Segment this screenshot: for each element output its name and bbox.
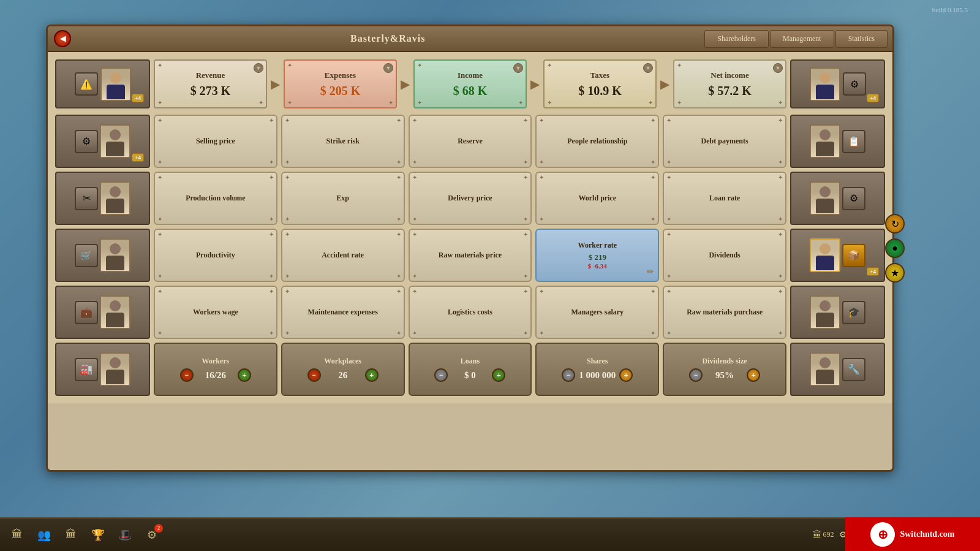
cell-selling-price[interactable]: ✦ ✦ ✦ ✦ Selling price [154, 115, 277, 168]
bottom-left-avatar [100, 352, 130, 386]
cell-worker-rate[interactable]: Worker rate $ 219 $ -6.34 ✏ [535, 229, 659, 282]
productivity-label: Productivity [196, 251, 235, 260]
close-button[interactable]: ◀ [54, 30, 71, 47]
loans-label: Loans [461, 357, 480, 366]
cell-strike-risk[interactable]: ✦ ✦ ✦ ✦ Strike risk [281, 115, 405, 168]
avatar-frame-top-right [810, 67, 840, 101]
arrow-3: ▶ [530, 77, 540, 91]
cell-raw-materials-price[interactable]: ✦ ✦ ✦ ✦ Raw materials price [409, 229, 532, 282]
badge-r0: +4 [132, 153, 144, 162]
workplaces-increase-btn[interactable]: + [365, 368, 379, 382]
loans-increase-btn[interactable]: + [492, 368, 505, 382]
side-gear-r3: 💼 [75, 301, 98, 324]
cell-delivery-price[interactable]: ✦ ✦ ✦ ✦ Delivery price [409, 172, 532, 225]
taxes-value: $ 10.9 K [578, 84, 622, 98]
workplaces-controls: − 26 + [307, 368, 379, 382]
dividends-label: Dividends [709, 251, 740, 260]
cell-raw-materials-purchase[interactable]: ✦ ✦ ✦ ✦ Raw materials purchase [663, 286, 786, 339]
people-relationship-label: People relationship [567, 137, 627, 146]
cell-production-volume[interactable]: ✦ ✦ ✦ ✦ Production volume [154, 172, 277, 225]
workers-increase-btn[interactable]: + [238, 368, 251, 382]
ornament-tr-3: ✦ [518, 62, 523, 69]
right-btn-2[interactable]: ● [885, 238, 905, 258]
cell-people-relationship[interactable]: ✦ ✦ ✦ ✦ People relationship [535, 115, 659, 168]
taskbar-icon-hat[interactable]: 🎩 [114, 524, 136, 546]
gear-icon: ⚙ [850, 78, 859, 90]
workplaces-decrease-btn[interactable]: − [307, 368, 321, 382]
bottom-row: 🏭 Workers − 16/26 + [55, 343, 885, 396]
cell-productivity[interactable]: ✦ ✦ ✦ ✦ Productivity [154, 229, 277, 282]
grid-section: ⚙ +4 ✂ [55, 115, 885, 339]
raw-materials-price-label: Raw materials price [439, 251, 502, 260]
ornament-tl-4: ✦ [547, 62, 552, 69]
ornament-br-3: ✦ [518, 99, 523, 106]
dividends-size-decrease-btn[interactable]: − [689, 368, 703, 382]
parliament-icon: 🏛 [66, 528, 77, 541]
side-gear-r2: 🛒 [75, 244, 98, 267]
taxes-label: Taxes [590, 70, 609, 80]
exp-label: Exp [336, 194, 349, 203]
right-btn-1[interactable]: ↻ [885, 214, 905, 234]
revenue-value: $ 273 K [190, 84, 231, 98]
shares-increase-btn[interactable]: + [619, 368, 633, 382]
cell-exp[interactable]: ✦ ✦ ✦ ✦ Exp [281, 172, 405, 225]
right-buttons: ↻ ● ★ [885, 214, 905, 283]
side-cell-row0: ⚙ +4 [55, 115, 150, 168]
workers-wage-label: Workers wage [193, 308, 238, 317]
dividends-size-label: Dividends size [703, 357, 747, 366]
shares-decrease-btn[interactable]: − [562, 368, 575, 382]
workers-decrease-btn[interactable]: − [180, 368, 194, 382]
worker-rate-label: Worker rate [578, 241, 617, 251]
workers-label: Workers [202, 357, 230, 366]
stat-card-income: ▼ ✦ ✦ ✦ ✦ Income $ 68 K [413, 59, 527, 108]
warning-icon-frame: ⚠️ [75, 72, 98, 96]
taskbar-icon-parliament[interactable]: 🏛 [60, 524, 82, 546]
main-grid: ✦ ✦ ✦ ✦ Selling price ✦ ✦ ✦ ✦ Strike ris… [154, 115, 786, 339]
bottom-right-avatar [810, 352, 840, 386]
right-side-cell-row3: 🎓 [790, 286, 885, 339]
gear-icon-top-right: ⚙ [843, 72, 866, 96]
cell-dividends[interactable]: ✦ ✦ ✦ ✦ Dividends [663, 229, 786, 282]
side-avatar-r0 [100, 124, 130, 158]
managers-salary-label: Managers salary [571, 308, 624, 317]
avatar-frame-top-left [100, 67, 131, 101]
edit-icon-worker-rate[interactable]: ✏ [647, 267, 654, 277]
cell-managers-salary[interactable]: ✦ ✦ ✦ ✦ Managers salary [535, 286, 659, 339]
right-avatar-r0 [810, 124, 840, 158]
dividends-size-increase-btn[interactable]: + [747, 368, 760, 382]
cell-reserve[interactable]: ✦ ✦ ✦ ✦ Reserve [409, 115, 532, 168]
loans-decrease-btn[interactable]: − [434, 368, 448, 382]
taskbar-icon-gear[interactable]: ⚙ 2 [141, 524, 163, 546]
maintenance-expenses-label: Maintenance expenses [308, 308, 378, 317]
cell-loan-rate[interactable]: ✦ ✦ ✦ ✦ Loan rate [663, 172, 786, 225]
right-avatar-r2 [810, 238, 840, 272]
tab-statistics[interactable]: Statistics [835, 30, 888, 48]
taskbar-icon-building[interactable]: 🏛 [6, 524, 28, 546]
tab-shareholders[interactable]: Shareholders [704, 30, 769, 48]
logistics-costs-label: Logistics costs [448, 308, 492, 317]
cell-maintenance-expenses[interactable]: ✦ ✦ ✦ ✦ Maintenance expenses [281, 286, 405, 339]
stat-card-expenses: ▼ ✦ ✦ ✦ ✦ Expenses $ 205 K [284, 59, 397, 108]
cell-logistics-costs[interactable]: ✦ ✦ ✦ ✦ Logistics costs [409, 286, 532, 339]
side-gear-r1: ✂ [75, 187, 98, 210]
badge-r2-right: +4 [867, 267, 879, 276]
loan-rate-label: Loan rate [709, 194, 740, 203]
cell-world-price[interactable]: ✦ ✦ ✦ ✦ World price [535, 172, 659, 225]
loans-controls: − $ 0 + [434, 368, 505, 382]
right-btn-3[interactable]: ★ [885, 263, 905, 283]
tab-management[interactable]: Management [770, 30, 834, 48]
bottom-right-side-cell: 🔧 [790, 343, 885, 396]
stat1-icon: 🏛 [813, 530, 821, 540]
loans-value: $ 0 [451, 370, 488, 381]
cell-workers-wage[interactable]: ✦ ✦ ✦ ✦ Workers wage [154, 286, 277, 339]
worker-rate-value: $ 219 [589, 253, 606, 262]
stat1-value: 692 [823, 530, 834, 539]
taskbar-icon-trophy[interactable]: 🏆 [87, 524, 109, 546]
shares-value: 1 000 000 [579, 370, 616, 381]
cell-debt-payments[interactable]: ✦ ✦ ✦ ✦ Debt payments [663, 115, 786, 168]
arrow-4: ▶ [660, 77, 669, 91]
shares-controls: − 1 000 000 + [562, 368, 633, 382]
taskbar-stat-1: 🏛 692 [813, 530, 834, 540]
taskbar-icon-people[interactable]: 👥 [33, 524, 55, 546]
cell-accident-rate[interactable]: ✦ ✦ ✦ ✦ Accident rate [281, 229, 405, 282]
